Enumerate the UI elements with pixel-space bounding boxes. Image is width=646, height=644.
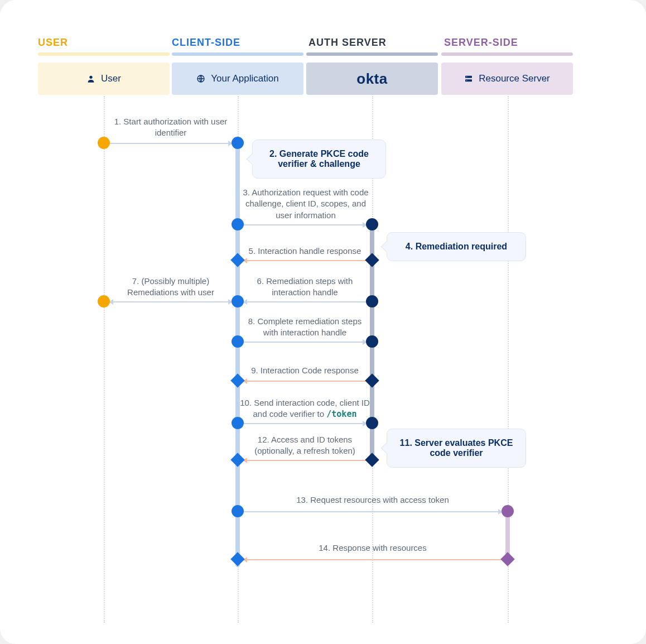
node-auth-step5 xyxy=(365,253,379,267)
node-server-step14 xyxy=(500,552,514,566)
lane-title-server: SERVER-SIDE xyxy=(444,37,518,49)
msg-7-arrow xyxy=(109,301,232,302)
node-client-step13 xyxy=(232,505,244,517)
lane-bar-auth xyxy=(306,52,438,56)
msg-9-label: 9. Interaction Code response xyxy=(243,365,367,376)
svg-point-5 xyxy=(466,80,467,81)
msg-5-arrow xyxy=(243,260,367,261)
node-user-step7 xyxy=(98,295,110,307)
note-2: 2. Generate PKCE code verifier & challen… xyxy=(252,140,386,179)
note-4: 4. Remediation required xyxy=(387,232,526,261)
lane-head-label: Your Application xyxy=(211,73,278,84)
node-server-step13 xyxy=(502,505,514,517)
svg-rect-2 xyxy=(465,76,472,78)
note-11: 11. Server evaluates PKCE code verifier xyxy=(387,429,526,468)
msg-13-arrow xyxy=(243,511,502,512)
svg-point-4 xyxy=(466,76,467,77)
lane-head-user: User xyxy=(38,63,170,95)
svg-rect-3 xyxy=(465,79,472,81)
msg-3-label: 3. Authorization request with code chall… xyxy=(239,187,373,221)
msg-5-label: 5. Interaction handle response xyxy=(243,246,367,257)
lane-head-auth: okta xyxy=(306,63,438,95)
lane-title-client: CLIENT-SIDE xyxy=(172,37,240,49)
lane-head-client: Your Application xyxy=(172,63,303,95)
diagram-canvas: USER CLIENT-SIDE AUTH SERVER SERVER-SIDE… xyxy=(0,0,646,644)
lane-title-auth: AUTH SERVER xyxy=(308,37,387,49)
msg-10-arrow xyxy=(243,423,367,424)
msg-9-arrow xyxy=(243,381,367,382)
node-client-step3 xyxy=(232,218,244,230)
node-auth-step9 xyxy=(365,373,379,387)
msg-6-arrow xyxy=(243,301,367,302)
msg-7-label: 7. (Possibly multiple) Remediations with… xyxy=(109,276,232,299)
lane-bar-server xyxy=(441,52,573,56)
lane-title-user: USER xyxy=(38,37,68,49)
server-icon xyxy=(464,74,473,83)
node-client-step10 xyxy=(232,417,244,429)
msg-12-arrow xyxy=(243,460,367,461)
node-auth-step10 xyxy=(366,417,378,429)
msg-3-arrow xyxy=(243,224,367,225)
node-user-step1 xyxy=(98,137,110,149)
msg-14-arrow xyxy=(243,559,502,560)
user-icon xyxy=(86,74,95,83)
svg-point-0 xyxy=(89,76,92,79)
lane-head-server: Resource Server xyxy=(441,63,573,95)
node-client-step12 xyxy=(230,453,244,467)
lane-head-label: User xyxy=(101,73,121,84)
node-auth-step6 xyxy=(366,295,378,307)
node-auth-step12 xyxy=(365,453,379,467)
msg-13-label: 13. Request resources with access token xyxy=(243,494,502,506)
node-client-step8 xyxy=(232,335,244,348)
lane-bar-user xyxy=(38,52,170,56)
msg-1-arrow xyxy=(109,143,232,144)
node-client-step1 xyxy=(232,137,244,149)
node-client-step5 xyxy=(230,253,244,267)
msg-8-label: 8. Complete remediation steps with inter… xyxy=(243,316,367,339)
msg-12-label: 12. Access and ID tokens (optionally, a … xyxy=(243,434,367,457)
node-auth-step8 xyxy=(366,335,378,348)
node-client-step9 xyxy=(230,373,244,387)
msg-14-label: 14. Response with resources xyxy=(243,542,502,554)
node-client-step14 xyxy=(230,552,244,566)
msg-6-label: 6. Remediation steps with interaction ha… xyxy=(243,276,367,299)
msg-1-label: 1. Start authorization with user identif… xyxy=(109,116,232,139)
msg-8-arrow xyxy=(243,342,367,343)
node-client-step7 xyxy=(232,295,244,307)
okta-logo: okta xyxy=(356,70,387,88)
globe-icon xyxy=(196,74,205,83)
msg-10-label: 10. Send interaction code, client ID and… xyxy=(232,397,378,420)
lifeline-user xyxy=(104,96,105,623)
lane-bar-client xyxy=(172,52,303,56)
lane-head-label: Resource Server xyxy=(479,73,550,84)
node-auth-step3 xyxy=(366,218,378,230)
